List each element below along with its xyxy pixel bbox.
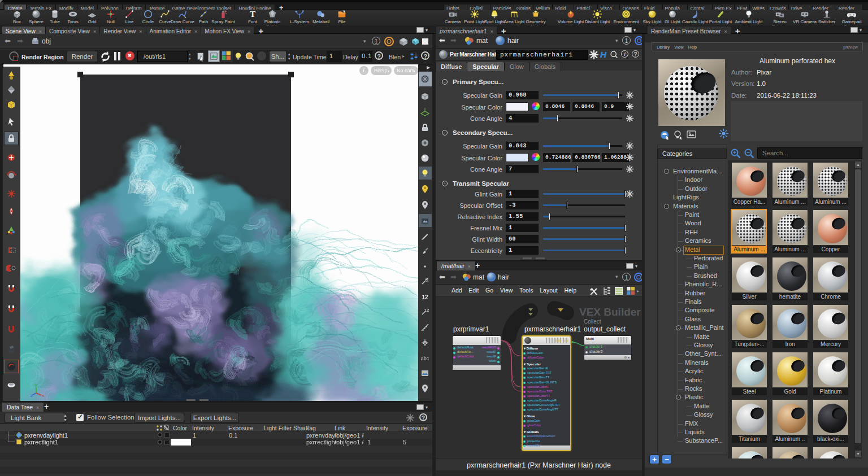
svg-text:z: z: [31, 393, 33, 398]
svg-text:abc: abc: [421, 356, 429, 361]
svg-text:x: x: [42, 393, 44, 398]
svg-text:No cam: No cam: [397, 68, 414, 73]
svg-text:12: 12: [424, 308, 429, 313]
svg-text:12: 12: [422, 294, 428, 300]
svg-text:Persp: Persp: [374, 68, 388, 73]
svg-text:▾: ▾: [388, 69, 389, 73]
svg-text:▾: ▾: [414, 69, 415, 73]
svg-text:y: y: [35, 382, 37, 387]
svg-text:T: T: [250, 9, 255, 19]
